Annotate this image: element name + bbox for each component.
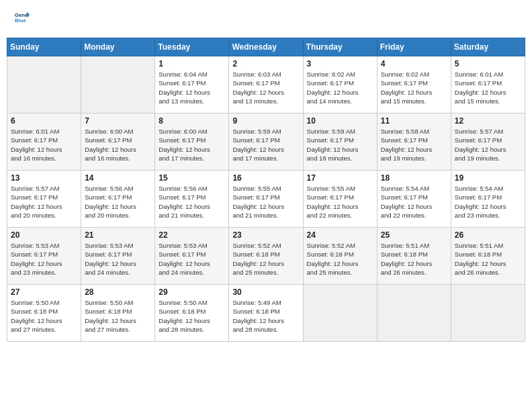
day-info: Sunrise: 5:55 AM Sunset: 6:17 PM Dayligh… — [307, 184, 373, 220]
day-number: 25 — [381, 230, 447, 240]
calendar-body: 1Sunrise: 6:04 AM Sunset: 6:17 PM Daylig… — [7, 56, 525, 342]
day-info: Sunrise: 5:53 AM Sunset: 6:17 PM Dayligh… — [159, 241, 225, 277]
calendar-cell: 15Sunrise: 5:56 AM Sunset: 6:17 PM Dayli… — [155, 171, 229, 228]
day-info: Sunrise: 5:52 AM Sunset: 6:18 PM Dayligh… — [232, 241, 299, 277]
calendar-day-header: Saturday — [451, 38, 525, 56]
day-info: Sunrise: 5:50 AM Sunset: 6:18 PM Dayligh… — [159, 298, 225, 334]
calendar-cell: 24Sunrise: 5:52 AM Sunset: 6:18 PM Dayli… — [303, 228, 377, 285]
day-number: 26 — [455, 230, 521, 240]
calendar-cell: 18Sunrise: 5:54 AM Sunset: 6:17 PM Dayli… — [377, 171, 451, 228]
calendar-cell: 3Sunrise: 6:02 AM Sunset: 6:17 PM Daylig… — [303, 56, 377, 113]
day-number: 18 — [381, 173, 447, 183]
day-number: 14 — [85, 173, 151, 183]
calendar-cell: 12Sunrise: 5:57 AM Sunset: 6:17 PM Dayli… — [451, 113, 525, 171]
calendar-cell: 5Sunrise: 6:01 AM Sunset: 6:17 PM Daylig… — [451, 56, 525, 113]
calendar-cell: 4Sunrise: 6:02 AM Sunset: 6:17 PM Daylig… — [377, 56, 451, 113]
calendar-day-header: Monday — [81, 38, 155, 56]
calendar-cell: 8Sunrise: 6:00 AM Sunset: 6:17 PM Daylig… — [155, 113, 229, 171]
day-number: 16 — [232, 173, 299, 183]
calendar-table: SundayMondayTuesdayWednesdayThursdayFrid… — [7, 38, 525, 342]
day-number: 27 — [11, 287, 77, 297]
day-number: 11 — [381, 116, 447, 126]
calendar-cell: 7Sunrise: 6:00 AM Sunset: 6:17 PM Daylig… — [81, 113, 155, 171]
calendar-cell: 30Sunrise: 5:49 AM Sunset: 6:18 PM Dayli… — [229, 285, 303, 342]
calendar-cell: 10Sunrise: 5:59 AM Sunset: 6:17 PM Dayli… — [303, 113, 377, 171]
day-number: 9 — [232, 116, 299, 126]
day-number: 2 — [232, 59, 299, 68]
calendar-cell: 2Sunrise: 6:03 AM Sunset: 6:17 PM Daylig… — [229, 56, 303, 113]
day-info: Sunrise: 5:51 AM Sunset: 6:18 PM Dayligh… — [381, 241, 447, 277]
day-info: Sunrise: 6:02 AM Sunset: 6:17 PM Dayligh… — [381, 70, 447, 105]
day-info: Sunrise: 6:02 AM Sunset: 6:17 PM Dayligh… — [307, 70, 373, 105]
calendar-day-header: Friday — [377, 38, 451, 56]
day-info: Sunrise: 5:56 AM Sunset: 6:17 PM Dayligh… — [159, 184, 225, 220]
calendar-cell: 19Sunrise: 5:54 AM Sunset: 6:17 PM Dayli… — [451, 171, 525, 228]
day-info: Sunrise: 5:53 AM Sunset: 6:17 PM Dayligh… — [11, 241, 77, 277]
day-number: 12 — [455, 116, 521, 126]
day-info: Sunrise: 5:51 AM Sunset: 6:18 PM Dayligh… — [455, 241, 521, 277]
calendar-cell: 13Sunrise: 5:57 AM Sunset: 6:17 PM Dayli… — [7, 171, 81, 228]
calendar-cell: 21Sunrise: 5:53 AM Sunset: 6:17 PM Dayli… — [81, 228, 155, 285]
calendar-week-row: 1Sunrise: 6:04 AM Sunset: 6:17 PM Daylig… — [7, 56, 525, 113]
day-number: 10 — [307, 116, 373, 126]
calendar-cell: 26Sunrise: 5:51 AM Sunset: 6:18 PM Dayli… — [451, 228, 525, 285]
calendar-cell: 16Sunrise: 5:55 AM Sunset: 6:17 PM Dayli… — [229, 171, 303, 228]
day-number: 13 — [11, 173, 77, 183]
day-info: Sunrise: 6:01 AM Sunset: 6:17 PM Dayligh… — [455, 70, 521, 105]
calendar-day-header: Thursday — [303, 38, 377, 56]
calendar-cell: 25Sunrise: 5:51 AM Sunset: 6:18 PM Dayli… — [377, 228, 451, 285]
day-info: Sunrise: 5:50 AM Sunset: 6:18 PM Dayligh… — [11, 298, 77, 334]
day-info: Sunrise: 6:01 AM Sunset: 6:17 PM Dayligh… — [11, 127, 77, 163]
calendar-cell: 9Sunrise: 5:59 AM Sunset: 6:17 PM Daylig… — [229, 113, 303, 171]
calendar-cell — [451, 285, 525, 342]
calendar-cell — [81, 56, 155, 113]
day-info: Sunrise: 6:00 AM Sunset: 6:17 PM Dayligh… — [159, 127, 225, 163]
day-number: 23 — [232, 230, 299, 240]
day-number: 3 — [307, 59, 373, 68]
day-number: 8 — [159, 116, 225, 126]
day-info: Sunrise: 5:56 AM Sunset: 6:17 PM Dayligh… — [85, 184, 151, 220]
day-number: 1 — [159, 59, 225, 68]
calendar-week-row: 13Sunrise: 5:57 AM Sunset: 6:17 PM Dayli… — [7, 171, 525, 228]
calendar-day-header: Tuesday — [155, 38, 229, 56]
calendar-cell: 29Sunrise: 5:50 AM Sunset: 6:18 PM Dayli… — [155, 285, 229, 342]
logo-icon: General Blue — [13, 10, 30, 28]
calendar-cell: 6Sunrise: 6:01 AM Sunset: 6:17 PM Daylig… — [7, 113, 81, 171]
day-info: Sunrise: 5:49 AM Sunset: 6:18 PM Dayligh… — [232, 298, 299, 334]
calendar-cell: 17Sunrise: 5:55 AM Sunset: 6:17 PM Dayli… — [303, 171, 377, 228]
day-info: Sunrise: 5:52 AM Sunset: 6:18 PM Dayligh… — [307, 241, 373, 277]
day-info: Sunrise: 6:04 AM Sunset: 6:17 PM Dayligh… — [159, 70, 225, 105]
day-number: 20 — [11, 230, 77, 240]
calendar-week-row: 20Sunrise: 5:53 AM Sunset: 6:17 PM Dayli… — [7, 228, 525, 285]
day-number: 17 — [307, 173, 373, 183]
calendar-cell: 22Sunrise: 5:53 AM Sunset: 6:17 PM Dayli… — [155, 228, 229, 285]
day-info: Sunrise: 5:59 AM Sunset: 6:17 PM Dayligh… — [307, 127, 373, 163]
day-info: Sunrise: 5:55 AM Sunset: 6:17 PM Dayligh… — [232, 184, 299, 220]
day-info: Sunrise: 5:50 AM Sunset: 6:18 PM Dayligh… — [85, 298, 151, 334]
day-info: Sunrise: 5:59 AM Sunset: 6:17 PM Dayligh… — [232, 127, 299, 163]
day-number: 19 — [455, 173, 521, 183]
calendar-cell: 11Sunrise: 5:58 AM Sunset: 6:17 PM Dayli… — [377, 113, 451, 171]
calendar-cell: 23Sunrise: 5:52 AM Sunset: 6:18 PM Dayli… — [229, 228, 303, 285]
calendar-day-header: Wednesday — [229, 38, 303, 56]
calendar-cell: 28Sunrise: 5:50 AM Sunset: 6:18 PM Dayli… — [81, 285, 155, 342]
calendar-cell: 27Sunrise: 5:50 AM Sunset: 6:18 PM Dayli… — [7, 285, 81, 342]
calendar-cell — [7, 56, 81, 113]
day-number: 7 — [85, 116, 151, 126]
calendar-day-header: Sunday — [7, 38, 81, 56]
svg-text:Blue: Blue — [15, 17, 26, 24]
day-number: 5 — [455, 59, 521, 68]
calendar-cell: 1Sunrise: 6:04 AM Sunset: 6:17 PM Daylig… — [155, 56, 229, 113]
calendar-cell — [377, 285, 451, 342]
day-info: Sunrise: 6:00 AM Sunset: 6:17 PM Dayligh… — [85, 127, 151, 163]
day-number: 30 — [232, 287, 299, 297]
page-header: General Blue — [7, 7, 525, 31]
day-info: Sunrise: 5:57 AM Sunset: 6:17 PM Dayligh… — [455, 127, 521, 163]
day-number: 29 — [159, 287, 225, 297]
calendar-cell — [303, 285, 377, 342]
day-number: 28 — [85, 287, 151, 297]
calendar-cell: 14Sunrise: 5:56 AM Sunset: 6:17 PM Dayli… — [81, 171, 155, 228]
day-info: Sunrise: 5:58 AM Sunset: 6:17 PM Dayligh… — [381, 127, 447, 163]
day-info: Sunrise: 5:54 AM Sunset: 6:17 PM Dayligh… — [381, 184, 447, 220]
day-number: 24 — [307, 230, 373, 240]
